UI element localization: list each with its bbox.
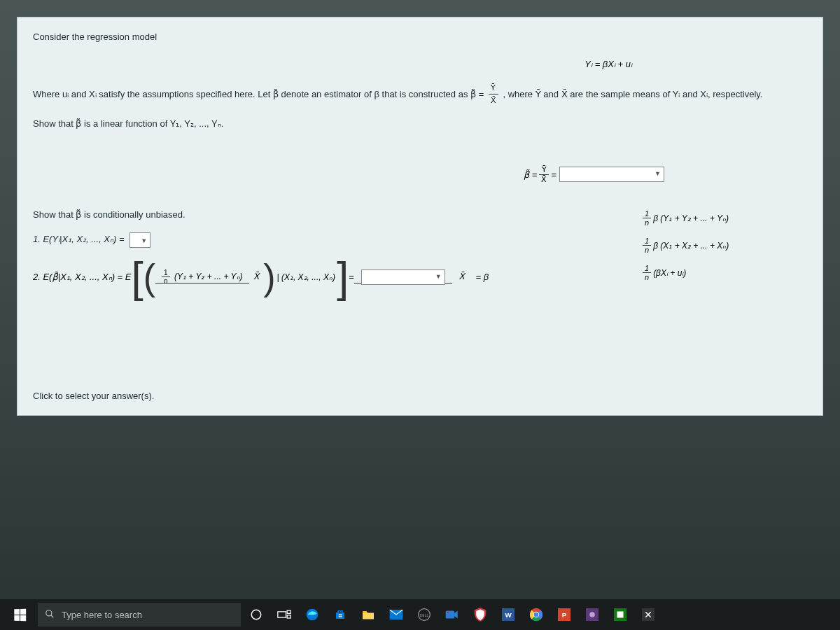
q1-lhs: 1. E(Yᵢ|X₁, X₂, ..., Xₙ) = — [33, 234, 127, 244]
svg-rect-4 — [287, 610, 290, 613]
beta-lhs: β̃ = — [524, 169, 538, 180]
answer-dropdown-q2-num[interactable] — [361, 270, 445, 285]
model-equation: Yᵢ = βXᵢ + uᵢ — [33, 59, 807, 69]
camera-icon[interactable] — [440, 602, 465, 627]
q2-main-fraction: 1 n (Y₁ + Y₂ + ... + Yₙ) X̄ — [155, 269, 263, 285]
svg-text:W: W — [505, 611, 512, 619]
answer-dropdown-linear[interactable] — [559, 167, 664, 182]
svg-point-15 — [447, 612, 449, 613]
svg-point-27 — [589, 612, 595, 617]
svg-rect-29 — [617, 612, 624, 618]
q2-equals: = — [349, 272, 354, 282]
chrome-icon[interactable] — [524, 602, 549, 627]
bracket-open: [ — [131, 260, 143, 294]
beta-tilde-fraction: Ȳ X̄ — [489, 82, 498, 107]
search-placeholder: Type here to search — [62, 610, 142, 620]
answer-options-panel: 1 n β (Y₁ + Y₂ + ... + Yₙ) 1 n β (X₁ + X… — [640, 200, 788, 291]
svg-rect-9 — [339, 616, 340, 617]
option-2[interactable]: 1 n β (X₁ + X₂ + ... + Xₙ) — [640, 237, 788, 254]
svg-rect-10 — [340, 616, 342, 617]
paren-close: ) — [263, 260, 275, 294]
show-linear-text: Show that β̃ is a linear function of Y₁,… — [33, 117, 807, 132]
equals-sign: = — [551, 169, 556, 180]
beta-equation-row: β̃ = Ȳ X̄ = — [33, 165, 807, 184]
app-icon-1[interactable] — [580, 602, 605, 627]
windows-taskbar: Type here to search DELL W P — [0, 599, 840, 630]
task-view-icon[interactable] — [272, 602, 297, 627]
q2-result: = β — [476, 272, 489, 282]
windows-logo-icon — [14, 608, 26, 621]
paren-open: ( — [144, 260, 155, 294]
where-post: , where Ȳ and X̄ are the sample means of… — [503, 88, 762, 99]
q2-conditional: | (X₁, X₂, ..., Xₙ) — [276, 272, 335, 282]
option-3[interactable]: 1 n (βXᵢ + uᵢ) — [640, 264, 788, 281]
close-app-icon[interactable] — [636, 602, 661, 627]
start-button[interactable] — [4, 602, 35, 627]
svg-rect-3 — [278, 612, 286, 617]
svg-point-2 — [251, 610, 261, 620]
answer-dropdown-q1[interactable] — [130, 232, 150, 248]
svg-rect-8 — [340, 614, 342, 615]
svg-text:DELL: DELL — [420, 613, 429, 617]
word-icon[interactable]: W — [496, 602, 521, 627]
cortana-icon[interactable] — [244, 602, 269, 627]
question-panel: Consider the regression model Yᵢ = βXᵢ +… — [17, 17, 823, 416]
file-explorer-icon[interactable] — [356, 602, 381, 627]
search-icon — [45, 609, 55, 621]
powerpoint-icon[interactable]: P — [552, 602, 577, 627]
svg-point-0 — [46, 610, 52, 615]
svg-point-23 — [534, 612, 539, 617]
svg-text:P: P — [562, 611, 567, 619]
taskbar-search[interactable]: Type here to search — [38, 603, 241, 626]
where-pre: Where uᵢ and Xᵢ satisfy the assumptions … — [33, 88, 486, 99]
mail-icon[interactable] — [384, 602, 409, 627]
option-1[interactable]: 1 n β (Y₁ + Y₂ + ... + Yₙ) — [640, 209, 788, 227]
svg-rect-5 — [287, 615, 290, 618]
bracket-close: ] — [337, 260, 349, 294]
click-hint-text: Click to select your answer(s). — [33, 391, 154, 401]
q2-lhs: 2. E(β̃|X₁, X₂, ..., Xₙ) = E — [33, 272, 131, 282]
beta-fraction: Ȳ X̄ — [539, 165, 549, 184]
edge-icon[interactable] — [300, 602, 325, 627]
svg-line-1 — [51, 615, 54, 617]
q2-answer-fraction: X̄ — [354, 270, 469, 285]
where-clause: Where uᵢ and Xᵢ satisfy the assumptions … — [33, 82, 807, 107]
svg-rect-7 — [339, 614, 340, 615]
store-icon[interactable] — [328, 602, 353, 627]
svg-rect-14 — [446, 611, 454, 619]
security-icon[interactable] — [468, 602, 493, 627]
dell-icon[interactable]: DELL — [412, 602, 437, 627]
intro-text: Consider the regression model — [33, 30, 807, 45]
app-icon-2[interactable] — [608, 602, 633, 627]
